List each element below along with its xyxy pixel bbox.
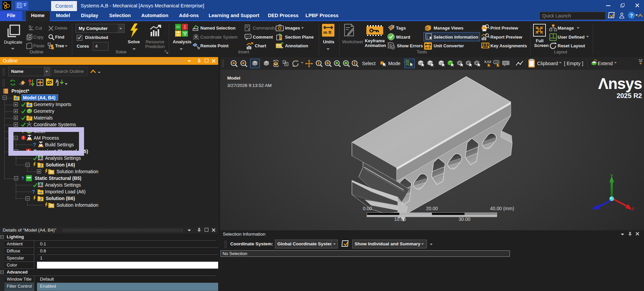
svg-text:i: i (427, 35, 428, 39)
svg-text:m ft: m ft (323, 30, 332, 35)
svg-text:m ft: m ft (425, 46, 431, 49)
svg-text:100: 100 (494, 61, 498, 63)
svg-text:AB: AB (504, 62, 507, 64)
svg-text:c: c (248, 27, 250, 31)
svg-text:X,Y,Z: X,Y,Z (484, 60, 491, 63)
svg-text:Z: Z (593, 205, 596, 211)
svg-text:Y: Y (610, 173, 613, 179)
svg-text:Abc: Abc (277, 45, 280, 47)
svg-text:X: X (631, 206, 635, 211)
